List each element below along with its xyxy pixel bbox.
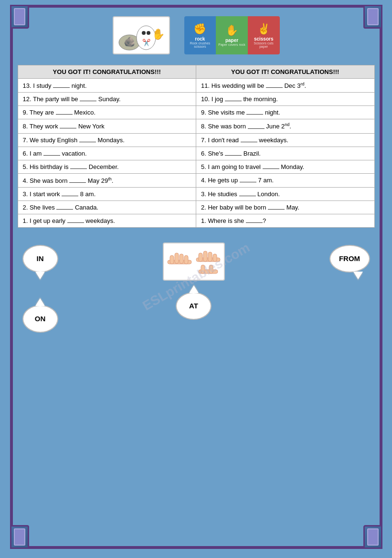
svg-text:✋: ✋ (151, 28, 165, 41)
bubble-at-tail (189, 285, 199, 293)
table-row: 1. I get up early weekdays. 1. Where is … (18, 214, 374, 227)
svg-point-3 (142, 31, 146, 35)
scissors-icon: ✌️ (257, 23, 270, 35)
table-row: 3. I start work 8 am. 3. He studies Lond… (18, 187, 374, 200)
svg-rect-13 (199, 253, 202, 262)
scissors-sub: Scissors cuts paper (250, 42, 278, 48)
header-left: YOU GOT IT! CONGRATULATIONS!!! (18, 65, 196, 79)
bubble-in: IN (22, 245, 58, 273)
corner-decoration-br (363, 525, 382, 549)
rps-rock: ✊ rock Rock crushes scissors (184, 16, 216, 54)
paper-sub: Paper covers rock (218, 43, 245, 46)
rock-sub: Rock crushes scissors (186, 42, 214, 48)
bubble-on-tail-top (35, 298, 45, 306)
page-container: ESLprintables.com 🪨 ✂️ ✋ ✊ rock Rock cru… (10, 5, 382, 549)
cell-right-4: 8. She was born June 2nd. (196, 119, 375, 133)
cell-right-10: 2. Her baby will be born May. (196, 200, 375, 214)
rps-image: ✊ rock Rock crushes scissors ✋ paper Pap… (184, 16, 280, 54)
bubble-from-label: FROM (339, 254, 360, 263)
svg-point-4 (147, 31, 150, 35)
table-row: 5. His birthday is December. 5. I am goi… (18, 160, 374, 173)
cell-right-11: 1. Where is she ? (196, 214, 375, 227)
bubble-in-container: IN (22, 245, 58, 279)
cell-left-9: 3. I start work 8 am. (18, 187, 196, 200)
svg-rect-14 (203, 251, 207, 262)
table-header-row: YOU GOT IT! CONGRATULATIONS!!! YOU GOT I… (18, 65, 374, 79)
svg-text:✂️: ✂️ (142, 39, 150, 47)
corner-decoration-tl (10, 5, 29, 29)
rock-icon: ✊ (193, 23, 206, 35)
bubble-at-container: AT (176, 285, 212, 320)
scissors-label: scissors (254, 36, 274, 42)
table-row: 6. I am vacation. 6. She's Brazil. (18, 147, 374, 160)
corner-decoration-tr (363, 5, 382, 29)
cell-left-10: 2. She lives Canada. (18, 200, 196, 214)
svg-rect-15 (208, 252, 212, 262)
header-right: YOU GOT IT! CONGRATULATIONS!!! (196, 65, 375, 79)
bubble-from-tail (353, 272, 363, 279)
bubble-at: AT (176, 292, 212, 320)
svg-rect-19 (209, 265, 213, 274)
cell-left-6: 6. I am vacation. (18, 147, 196, 160)
svg-rect-11 (184, 255, 188, 264)
cell-left-2: 12. The party will be Sunday. (18, 93, 196, 106)
cell-right-9: 3. He studies London. (196, 187, 375, 200)
corner-decoration-bl (10, 525, 29, 549)
table-row: 7. We study English Mondays. 7. I don't … (18, 133, 374, 147)
bubble-in-tail (35, 272, 45, 279)
cell-left-1: 13. I study night. (18, 79, 196, 93)
bubble-from: FROM (329, 245, 370, 273)
cell-right-3: 9. She visits me night. (196, 106, 375, 119)
svg-rect-9 (175, 253, 179, 263)
header-section: 🪨 ✂️ ✋ ✊ rock Rock crushes scissors ✋ pa… (18, 12, 375, 58)
cell-left-4: 8. They work New York (18, 119, 196, 133)
bubble-on-label: ON (35, 315, 46, 323)
svg-rect-8 (170, 255, 174, 264)
cell-left-8: 4. She was born May 29th. (18, 173, 196, 187)
svg-text:🪨: 🪨 (123, 36, 135, 47)
table-row: 12. The party will be Sunday. 10. I jog … (18, 93, 374, 106)
cell-left-7: 5. His birthday is December. (18, 160, 196, 173)
exercise-table: YOU GOT IT! CONGRATULATIONS!!! YOU GOT I… (18, 65, 375, 228)
svg-rect-10 (180, 254, 183, 263)
bubble-from-container: FROM (329, 245, 370, 279)
cell-right-5: 7. I don't read weekdays. (196, 133, 375, 147)
bubble-in-label: IN (37, 254, 44, 263)
cell-left-11: 1. I get up early weekdays. (18, 214, 196, 227)
cell-left-5: 7. We study English Mondays. (18, 133, 196, 147)
svg-rect-18 (201, 265, 205, 274)
table-row: 9. They are Mexico. 9. She visits me nig… (18, 106, 374, 119)
table-row: 13. I study night. 11. His wedding will … (18, 79, 374, 93)
cell-right-7: 5. I am going to travel Monday. (196, 160, 375, 173)
table-row: 8. They work New York 8. She was born Ju… (18, 119, 374, 133)
cell-right-8: 4. He gets up 7 am. (196, 173, 375, 187)
cartoon-image: 🪨 ✂️ ✋ (113, 16, 170, 54)
svg-rect-16 (213, 254, 217, 262)
table-row: 2. She lives Canada. 2. Her baby will be… (18, 200, 374, 214)
table-row: 4. She was born May 29th. 4. He gets up … (18, 173, 374, 187)
cell-left-3: 9. They are Mexico. (18, 106, 196, 119)
paper-label: paper (225, 38, 238, 43)
hands-image (163, 242, 225, 281)
paper-icon: ✋ (225, 24, 238, 37)
cell-right-6: 6. She's Brazil. (196, 147, 375, 160)
rps-paper: ✋ paper Paper covers rock (216, 16, 248, 54)
cell-right-1: 11. His wedding will be Dec 3rd. (196, 79, 375, 93)
rock-label: rock (195, 36, 205, 42)
bubble-at-label: AT (189, 302, 198, 310)
cell-right-2: 10. I jog the morning. (196, 93, 375, 106)
rps-scissors: ✌️ scissors Scissors cuts paper (248, 16, 280, 54)
bubble-on-container: ON (22, 298, 58, 333)
bubble-on: ON (22, 305, 58, 333)
